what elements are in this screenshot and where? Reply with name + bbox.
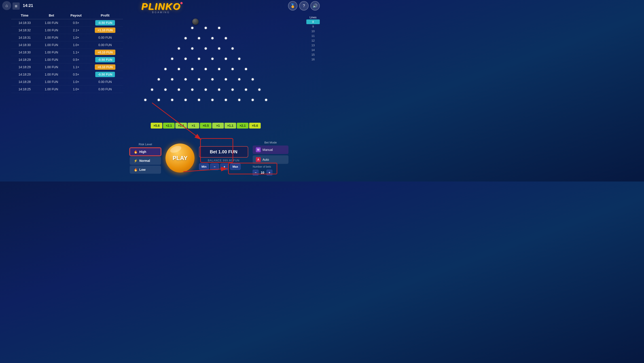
col-payout: Payout xyxy=(65,13,87,17)
col-bet: Bet xyxy=(38,13,65,17)
home-button[interactable]: ⌂ xyxy=(2,1,11,10)
row-time: 14:18:29 xyxy=(11,73,38,76)
peg xyxy=(245,88,247,91)
peg xyxy=(238,78,240,80)
num-bets-plus[interactable]: + xyxy=(266,170,272,175)
bet-mode-label: Bet Mode xyxy=(253,141,288,144)
lines-item[interactable]: 9 xyxy=(306,24,320,29)
bet-label: Bet 1.00 FUN xyxy=(203,149,244,154)
risk-low-label: Low xyxy=(139,168,146,171)
peg xyxy=(258,88,260,91)
multiplier-badge: ×5.6 xyxy=(249,123,261,128)
risk-low-button[interactable]: 🔥 Low xyxy=(130,166,161,174)
lines-item[interactable]: 14 xyxy=(306,48,320,52)
table-row: 14:18:29 1.00 FUN 0.5× -0.50 FUN xyxy=(11,71,123,78)
help-button[interactable]: ? xyxy=(299,1,308,10)
num-bets-row: Number of bets xyxy=(253,165,288,168)
lines-item[interactable]: 13 xyxy=(306,43,320,48)
row-time: 14:18:29 xyxy=(11,65,38,69)
bet-minus-button[interactable]: − xyxy=(210,163,219,170)
risk-high-button[interactable]: 🔥 High xyxy=(130,148,161,156)
num-bets-minus[interactable]: − xyxy=(253,170,258,175)
row-bet: 1.00 FUN xyxy=(38,21,65,24)
table-row: 14:18:31 1.00 FUN 1.0× 0.00 FUN xyxy=(11,34,123,41)
num-bets-label: Number of bets xyxy=(253,165,271,168)
peg xyxy=(198,78,200,80)
row-bet: 1.00 FUN xyxy=(38,50,65,54)
col-time: Time xyxy=(11,13,38,17)
peg xyxy=(184,78,187,80)
row-payout: 0.5× xyxy=(65,21,87,24)
mode-auto-label: Auto xyxy=(262,158,269,161)
bet-plus-button[interactable]: + xyxy=(220,163,229,170)
row-profit: 0.00 FUN xyxy=(87,80,123,84)
peg xyxy=(184,37,187,39)
peg xyxy=(211,37,214,39)
peg xyxy=(225,37,227,39)
row-time: 14:18:33 xyxy=(11,21,38,24)
lines-label: Lines xyxy=(306,16,320,19)
row-payout: 0.5× xyxy=(65,58,87,61)
row-time: 14:18:32 xyxy=(11,28,38,32)
row-bet: 1.00 FUN xyxy=(38,65,65,69)
peg xyxy=(184,99,187,101)
trophy-button[interactable]: 🏅 xyxy=(288,1,298,10)
row-time: 14:18:30 xyxy=(11,43,38,47)
play-btn-container: PLAY xyxy=(166,143,194,173)
lines-item[interactable]: 16 xyxy=(306,57,320,62)
logo-area: PLINKO BGAMING xyxy=(141,1,181,14)
row-payout: 1.0× xyxy=(65,87,87,91)
mode-auto-button[interactable]: A Auto xyxy=(253,155,288,164)
peg xyxy=(184,58,187,60)
row-profit: 0.00 FUN xyxy=(87,36,123,39)
table-row: 14:18:29 1.00 FUN 0.5× -0.50 FUN xyxy=(11,56,123,63)
multiplier-badge: ×1.1 xyxy=(224,123,236,128)
lines-item[interactable]: 10 xyxy=(306,29,320,33)
peg xyxy=(232,88,234,91)
resize-button[interactable]: ⊞ xyxy=(12,2,20,9)
row-payout: 0.5× xyxy=(65,73,87,76)
row-payout: 1.1× xyxy=(65,50,87,54)
sound-button[interactable]: 🔊 xyxy=(310,1,320,10)
bet-max-button[interactable]: Max xyxy=(230,163,240,170)
risk-low-icon: 🔥 xyxy=(134,168,138,171)
risk-normal-label: Normal xyxy=(139,159,150,162)
multiplier-badge: ×0.5 xyxy=(200,123,212,128)
row-time: 14:18:28 xyxy=(11,80,38,84)
peg xyxy=(225,58,227,60)
bet-min-button[interactable]: Min xyxy=(199,163,209,170)
lines-item[interactable]: 11 xyxy=(306,33,320,38)
row-bet: 1.00 FUN xyxy=(38,43,65,47)
header: ⌂ ⊞ 14:21 PLINKO BGAMING 🏅 ? 🔊 xyxy=(0,0,322,11)
play-button[interactable]: PLAY xyxy=(166,143,194,173)
mode-manual-button[interactable]: M Manual xyxy=(253,145,288,154)
peg xyxy=(252,78,254,80)
peg xyxy=(204,68,207,70)
lines-item[interactable]: 8 xyxy=(306,19,320,24)
lines-item[interactable]: 15 xyxy=(306,52,320,57)
peg xyxy=(232,68,234,70)
peg xyxy=(245,68,247,70)
row-profit: -0.50 FUN xyxy=(87,21,123,24)
peg xyxy=(238,58,240,60)
peg xyxy=(238,99,240,101)
peg xyxy=(171,99,173,101)
row-time: 14:18:25 xyxy=(11,87,38,91)
peg xyxy=(171,78,173,80)
risk-normal-button[interactable]: ⚡ Normal xyxy=(130,157,161,165)
row-profit: +1.10 FUN xyxy=(87,28,123,32)
risk-label: Risk Level xyxy=(130,143,161,146)
history-header: Time Bet Payout Profit xyxy=(11,13,123,19)
peg xyxy=(178,47,180,50)
row-payout: 1.1× xyxy=(65,65,87,69)
peg xyxy=(198,58,200,60)
control-panel: Risk Level 🔥 High ⚡ Normal 🔥 Low PLAY Be… xyxy=(130,139,304,177)
peg xyxy=(225,78,227,80)
history-panel: Time Bet Payout Profit 14:18:33 1.00 FUN… xyxy=(11,13,123,93)
num-bets-value: 10 xyxy=(260,171,265,174)
peg xyxy=(191,88,194,91)
lines-item[interactable]: 12 xyxy=(306,38,320,43)
col-profit: Profit xyxy=(87,13,123,17)
row-time: 14:18:31 xyxy=(11,36,38,39)
table-row: 14:18:30 1.00 FUN 1.1× +0.10 FUN xyxy=(11,49,123,56)
